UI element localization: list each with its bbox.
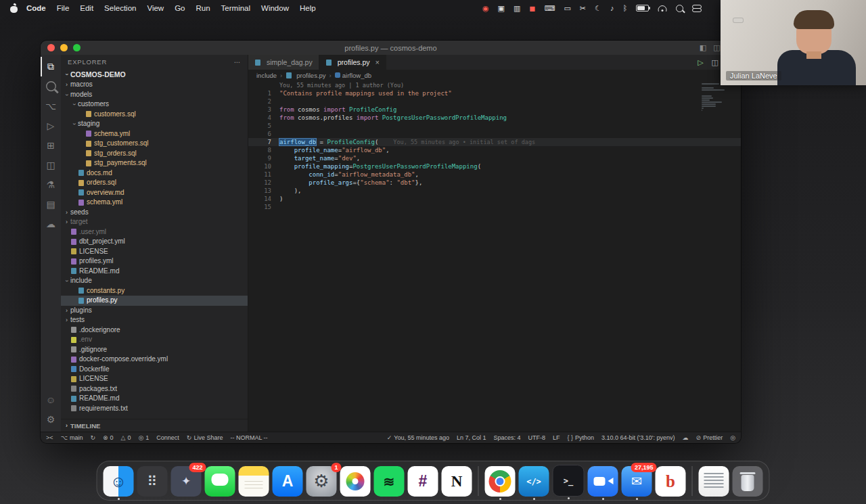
codelens-annotation[interactable]: You, 55 minutes ago | 1 author (You) [248,82,741,89]
close-window-button[interactable] [47,44,55,51]
toggle-sidebar-icon[interactable]: ◧ [700,43,706,52]
tree-folder-models[interactable]: ›models [61,90,248,100]
display-settings-icon[interactable]: ▭ [564,5,570,12]
airplay-display-icon[interactable]: ▥ [514,5,520,12]
dock-photos-icon[interactable] [340,466,371,497]
tree-folder-include[interactable]: ›include [61,276,248,286]
code-line-9[interactable]: 9 target_name="dev", [248,154,741,162]
tree-file-requirements.txt[interactable]: requirements.txt [61,404,248,414]
code-line-6[interactable]: 6 [248,130,741,138]
breadcrumb-item-airflow_db[interactable]: airflow_db [335,72,371,79]
tree-file-stg_customers.sql[interactable]: stg_customers.sql [61,139,248,149]
tree-file-stg_payments.sql[interactable]: stg_payments.sql [61,158,248,168]
dock-zoom-icon[interactable] [588,466,618,497]
tree-folder-tests[interactable]: ›tests [61,315,248,325]
tree-folder-staging[interactable]: ›staging [61,119,248,129]
dock-notes-icon[interactable] [239,466,269,497]
status-connect[interactable]: Connect [156,434,179,441]
menu-run[interactable]: Run [190,4,215,12]
database-icon[interactable]: ▤ [41,194,61,214]
split-editor-icon[interactable]: ◫ [712,58,719,67]
tree-file-README.md[interactable]: README.md [61,394,248,404]
breadcrumb-item-include[interactable]: include [256,72,277,79]
status-notifications[interactable]: ◎ [730,434,735,441]
bluetooth-icon[interactable]: ᛒ [622,5,627,12]
focus-mode-icon[interactable]: ☾ [595,5,601,12]
app-menu[interactable]: Code [26,4,51,12]
status-prettier[interactable]: ⊘Prettier [696,434,723,441]
code-line-7[interactable]: 7airflow_db = ProfileConfig(You, 55 minu… [248,138,741,146]
dock-spotify-icon[interactable]: ≋ [374,466,405,497]
tree-file-docs.md[interactable]: docs.md [61,168,248,179]
dock-mail-icon[interactable]: ✉27,195 [622,466,652,497]
code-line-4[interactable]: 4from cosmos.profiles import PostgresUse… [248,114,741,122]
tree-file-dbt_project.yml[interactable]: dbt_project.yml [61,237,248,247]
status-eol[interactable]: LF [553,434,560,441]
code-line-12[interactable]: 12 profile_args={"schema": "dbt"}, [248,179,741,187]
tree-file-stg_orders.sql[interactable]: stg_orders.sql [61,149,248,159]
dock-chrome-icon[interactable] [485,466,516,497]
status-cursor-position[interactable]: Ln 7, Col 1 [457,434,486,441]
tree-file-.dockerignore[interactable]: .dockerignore [61,325,248,336]
code-line-1[interactable]: 1"Contains profile mappings used in the … [248,89,741,97]
manage-settings-icon[interactable]: ⚙ [41,409,61,429]
tree-file-LICENSE[interactable]: LICENSE [61,247,248,257]
explorer-more-actions-icon[interactable]: ⋯ [234,58,241,66]
code-line-15[interactable]: 15 [248,203,741,211]
status-live-share[interactable]: ↻Live Share [187,434,223,441]
split-layout-icon[interactable]: ◫ [713,43,720,52]
status-warnings[interactable]: △0 [121,434,131,441]
remote-explorer-icon[interactable]: ☁ [41,214,61,233]
dock-textedit-icon[interactable] [699,466,729,497]
source-control-icon[interactable]: ⌥ [41,96,61,116]
wifi-icon[interactable] [658,5,667,12]
clipboard-manager-icon[interactable]: ▣ [498,5,505,12]
tree-file-LICENSE[interactable]: LICENSE [61,374,248,384]
minimize-window-button[interactable] [60,44,68,51]
menu-window[interactable]: Window [256,4,294,12]
tree-file-.gitignore[interactable]: .gitignore [61,345,248,355]
dock-app-badge-icon[interactable]: ✦422 [171,466,202,497]
tree-folder-target[interactable]: ›target [61,217,248,227]
status-indentation[interactable]: Spaces: 4 [493,434,520,441]
breadcrumb-item-profiles.py[interactable]: profiles.py [286,72,325,79]
tree-file-profiles.yml[interactable]: profiles.yml [61,256,248,267]
docker-icon[interactable]: ◫ [41,155,61,175]
spotlight-icon[interactable] [676,5,683,12]
tree-file-profiles.py[interactable]: profiles.py [61,296,248,306]
tree-file-orders.sql[interactable]: orders.sql [61,178,248,188]
zoom-window-button[interactable] [73,44,81,51]
keyboard-input-icon[interactable]: ⌨ [545,5,555,12]
dock-trash-icon[interactable] [733,466,763,497]
tree-file-Dockerfile[interactable]: Dockerfile [61,365,248,375]
webcam-overlay[interactable]: Julian LaNeve [721,0,866,85]
window-titlebar[interactable]: profiles.py — cosmos-demo ◧ ◫ ▤ [41,41,741,55]
status-ports[interactable]: ◎1 [138,434,149,441]
tree-file-constants.py[interactable]: constants.py [61,286,248,296]
code-line-3[interactable]: 3from cosmos import ProfileConfig [248,106,741,114]
minimap[interactable] [702,83,733,114]
project-section-header[interactable]: › COSMOS-DEMO [61,68,248,80]
webcam-control-button[interactable] [733,18,744,23]
explorer-icon[interactable]: ⧉ [41,57,61,76]
menu-edit[interactable]: Edit [74,4,99,12]
tree-file-schema.yml[interactable]: schema.yml [61,129,248,139]
menu-terminal[interactable]: Terminal [216,4,256,12]
code-line-2[interactable]: 2 [248,97,741,106]
code-editor[interactable]: You, 55 minutes ago | 1 author (You) 1"C… [248,81,741,432]
code-line-13[interactable]: 13 ), [248,187,741,195]
dock-app-store-icon[interactable]: A [273,466,303,497]
tree-file-schema.yml[interactable]: schema.yml [61,198,248,208]
menu-help[interactable]: Help [294,4,321,12]
dock-launchpad-icon[interactable]: ⠿ [137,466,168,497]
dock-notion-icon[interactable]: N [442,466,472,497]
dock-vscode-icon[interactable]: </> [519,466,549,497]
code-line-10[interactable]: 10 profile_mapping=PostgresUserPasswordP… [248,162,741,170]
tree-file-packages.txt[interactable]: packages.txt [61,384,248,394]
screenshot-tool-icon[interactable]: ✂ [580,5,586,12]
close-tab-icon[interactable]: × [375,58,380,66]
battery-icon[interactable] [636,5,649,12]
run-icon[interactable]: ▷ [698,58,703,67]
code-line-8[interactable]: 8 profile_name="airflow_db", [248,146,741,154]
status-python-interpreter[interactable]: 3.10.0 64-bit ('3.10': pyenv) [601,434,675,441]
